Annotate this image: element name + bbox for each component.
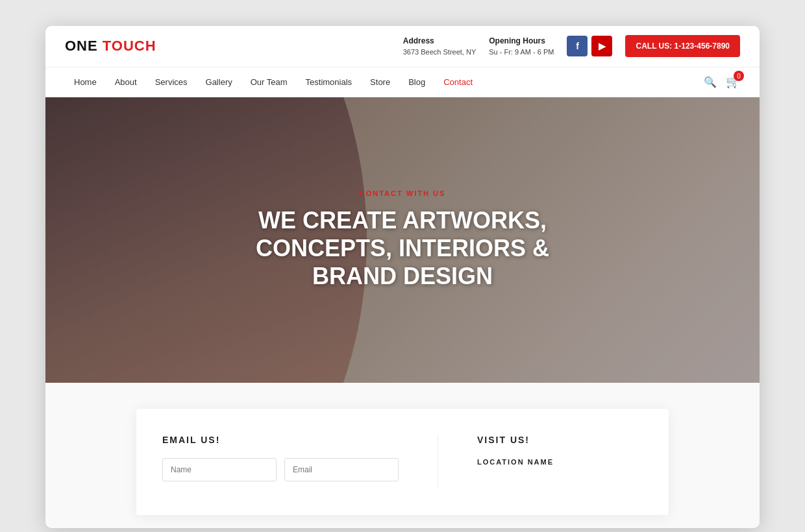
contact-columns: EMAIL US! VISIT US! LOCATION NAME — [162, 435, 643, 489]
hero-section: CONTACT WITH US WE CREATE ARTWORKS, CONC… — [45, 97, 760, 383]
hero-content: CONTACT WITH US WE CREATE ARTWORKS, CONC… — [224, 189, 581, 291]
hero-title: WE CREATE ARTWORKS, CONCEPTS, INTERIORS … — [224, 206, 581, 291]
facebook-icon[interactable]: f — [567, 36, 588, 56]
address-label: Address — [403, 35, 477, 47]
logo-one: ONE — [65, 38, 98, 54]
nav-link-our-team[interactable]: Our Team — [242, 67, 297, 97]
nav-item-about[interactable]: About — [106, 67, 146, 97]
nav-bar: Home About Services Gallery Our Team Tes… — [45, 67, 760, 97]
nav-link-about[interactable]: About — [106, 67, 146, 97]
hours-block: Opening Hours Su - Fr: 9 AM - 6 PM — [489, 35, 554, 58]
nav-link-contact[interactable]: Contact — [434, 67, 482, 97]
nav-item-services[interactable]: Services — [146, 67, 197, 97]
name-email-row — [162, 458, 399, 481]
youtube-icon[interactable]: ▶ — [591, 36, 612, 56]
email-section-title: EMAIL US! — [162, 435, 399, 445]
search-button[interactable]: 🔍 — [704, 76, 717, 88]
cart-button[interactable]: 🛒 0 — [726, 75, 740, 89]
nav-link-services[interactable]: Services — [146, 67, 197, 97]
nav-item-testimonials[interactable]: Testimonials — [297, 67, 362, 97]
top-bar: ONE TOUCH Address 3673 Beech Street, NY … — [45, 26, 760, 67]
nav-links: Home About Services Gallery Our Team Tes… — [65, 67, 482, 97]
logo-touch: TOUCH — [103, 38, 156, 54]
contact-card: EMAIL US! VISIT US! LOCATION NAME — [136, 409, 669, 515]
hours-label: Opening Hours — [489, 35, 554, 47]
top-right: Address 3673 Beech Street, NY Opening Ho… — [403, 35, 740, 58]
nav-item-gallery[interactable]: Gallery — [197, 67, 242, 97]
cart-badge: 0 — [734, 71, 744, 81]
contact-section: EMAIL US! VISIT US! LOCATION NAME — [45, 383, 760, 528]
browser-window: ONE TOUCH Address 3673 Beech Street, NY … — [45, 26, 760, 528]
address-value: 3673 Beech Street, NY — [403, 48, 477, 56]
nav-right: 🔍 🛒 0 — [704, 75, 740, 89]
nav-link-store[interactable]: Store — [361, 67, 399, 97]
nav-link-home[interactable]: Home — [65, 67, 106, 97]
hero-subtitle: CONTACT WITH US — [224, 189, 581, 197]
nav-item-home[interactable]: Home — [65, 67, 106, 97]
nav-item-blog[interactable]: Blog — [399, 67, 434, 97]
nav-item-store[interactable]: Store — [361, 67, 399, 97]
call-button[interactable]: CALL US: 1-123-456-7890 — [625, 35, 740, 57]
social-icons: f ▶ — [567, 36, 612, 56]
visit-section-title: VISIT US! — [477, 435, 643, 445]
email-column: EMAIL US! — [162, 435, 399, 489]
logo: ONE TOUCH — [65, 38, 156, 54]
location-name-label: LOCATION NAME — [477, 458, 643, 466]
nav-item-our-team[interactable]: Our Team — [242, 67, 297, 97]
nav-item-contact[interactable]: Contact — [434, 67, 482, 97]
nav-link-gallery[interactable]: Gallery — [197, 67, 242, 97]
name-input[interactable] — [162, 458, 277, 481]
nav-link-blog[interactable]: Blog — [399, 67, 434, 97]
hours-value: Su - Fr: 9 AM - 6 PM — [489, 48, 554, 56]
visit-column: VISIT US! LOCATION NAME — [477, 435, 643, 489]
address-block: Address 3673 Beech Street, NY — [403, 35, 477, 58]
email-input[interactable] — [284, 458, 399, 481]
column-divider — [438, 435, 438, 489]
nav-link-testimonials[interactable]: Testimonials — [297, 67, 362, 97]
